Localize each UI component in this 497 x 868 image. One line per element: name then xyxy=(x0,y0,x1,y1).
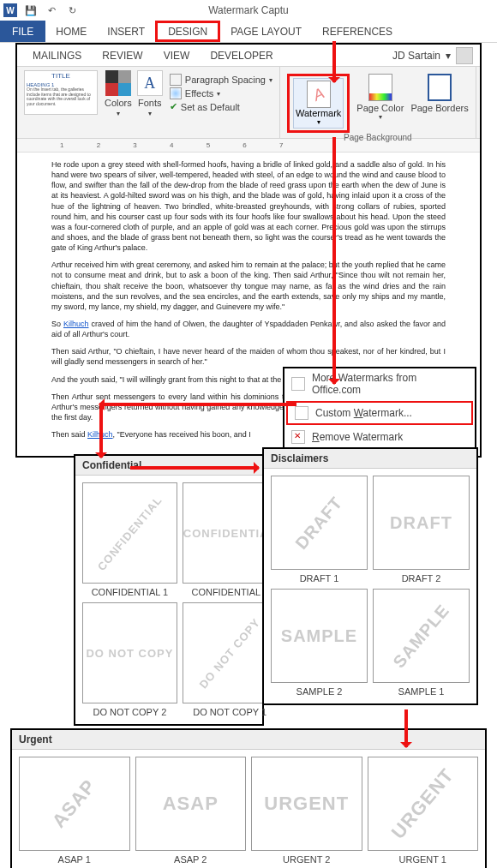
tab-page-layout[interactable]: PAGE LAYOUT xyxy=(220,21,312,42)
watermark-text: DO NOT COPY xyxy=(86,647,173,660)
watermark-text: DRAFT xyxy=(291,493,346,554)
user-name: JD Sartain xyxy=(392,50,440,62)
thumbnail-label: DO NOT COPY 2 xyxy=(93,707,166,717)
watermark-text: CONFIDENTIAL xyxy=(95,494,165,573)
thumbnail-page: DRAFT xyxy=(271,476,368,570)
ribbon-tabs-2: MAILINGS REVIEW VIEW DEVELOPER JD Sartai… xyxy=(17,45,480,67)
gallery-header: Confidential xyxy=(75,456,262,476)
watermark-thumbnail[interactable]: ASAPASAP 1 xyxy=(19,757,130,865)
ribbon-tabs: FILE HOME INSERT DESIGN PAGE LAYOUT REFE… xyxy=(0,21,497,43)
thumbnail-label: ASAP 2 xyxy=(174,854,207,865)
watermark-thumbnail[interactable]: ASAPASAP 2 xyxy=(135,757,247,865)
thumbnail-page: CONFIDENTIAL xyxy=(82,482,177,584)
thumbnail-page: URGENT xyxy=(368,757,479,851)
page-borders-icon xyxy=(428,74,452,101)
thumbnail-label: URGENT 1 xyxy=(399,854,446,865)
thumbnail-label: URGENT 2 xyxy=(283,854,330,865)
effects-button[interactable]: Effects ▾ xyxy=(170,87,272,99)
ribbon: TITLE HEADING 1 On the Insert tab, the g… xyxy=(17,67,480,139)
undo-icon[interactable]: ↶ xyxy=(45,3,58,17)
watermark-thumbnail[interactable]: SAMPLESAMPLE 2 xyxy=(271,589,368,697)
doc-paragraph: So Kilhuch craved of him the hand of Olw… xyxy=(51,319,446,339)
group-label-page-background: Page Background xyxy=(287,133,469,144)
group-page-background: A Watermark▾ Page Color▾ Page Borders Pa… xyxy=(280,67,476,138)
word-icon: W xyxy=(3,3,17,17)
watermark-thumbnail[interactable]: DO NOT COPYDO NOT COPY 2 xyxy=(82,602,177,717)
menu-remove-watermark[interactable]: Remove Watermark xyxy=(284,427,475,447)
tab-design[interactable]: DESIGN xyxy=(155,21,220,42)
gallery-header: Urgent xyxy=(12,730,485,750)
colors-icon xyxy=(105,70,131,96)
thumbnail-label: DRAFT 1 xyxy=(300,573,339,584)
tab-file[interactable]: FILE xyxy=(0,21,45,42)
colors-button[interactable]: Colors▾ xyxy=(105,70,132,117)
watermark-text: SAMPLE xyxy=(281,626,357,646)
doc-paragraph: Then said Arthur, "O chieftain, I have n… xyxy=(51,346,446,367)
tab-home[interactable]: HOME xyxy=(45,21,97,42)
watermark-text: DRAFT xyxy=(390,513,452,533)
check-icon: ✔ xyxy=(170,101,177,112)
style-set-thumbnail[interactable]: TITLE HEADING 1 On the Insert tab, the g… xyxy=(24,70,98,115)
doc-paragraph: Arthur received him with great ceremony,… xyxy=(51,260,446,312)
watermark-text: URGENT xyxy=(387,764,458,843)
thumbnail-label: CONFIDENTIAL 2 xyxy=(191,587,267,597)
watermark-thumbnail[interactable]: DRAFTDRAFT 1 xyxy=(271,476,368,584)
watermark-button-highlight: A Watermark▾ xyxy=(287,74,350,133)
watermark-text: DO NOT COPY xyxy=(197,615,263,691)
gallery-confidential: Confidential CONFIDENTIALCONFIDENTIAL 1C… xyxy=(74,454,264,726)
page-color-button[interactable]: Page Color▾ xyxy=(356,74,404,133)
set-default-button[interactable]: ✔ Set as Default xyxy=(170,101,272,112)
page-borders-button[interactable]: Page Borders xyxy=(410,74,468,133)
gallery-header: Disclaimers xyxy=(264,449,476,469)
thumbnail-label: DRAFT 2 xyxy=(402,573,441,584)
thumbnail-label: ASAP 1 xyxy=(58,854,91,865)
doc-paragraph: He rode upon a grey steed with shell-for… xyxy=(51,159,446,253)
watermark-icon: A xyxy=(307,81,331,108)
tab-insert[interactable]: INSERT xyxy=(97,21,155,42)
tab-references[interactable]: REFERENCES xyxy=(312,21,403,42)
watermark-button[interactable]: A Watermark▾ xyxy=(293,78,344,129)
menu-custom-watermark[interactable]: Custom Watermark... xyxy=(286,401,473,425)
avatar[interactable] xyxy=(456,47,473,64)
office-icon xyxy=(291,377,305,391)
remove-icon xyxy=(291,430,305,444)
chevron-down-icon[interactable]: ▾ xyxy=(446,50,451,62)
thumbnail-label: SAMPLE 1 xyxy=(398,686,445,697)
redo-icon[interactable]: ↻ xyxy=(65,3,79,17)
watermark-text: ASAP xyxy=(163,793,219,815)
thumbnail-page: ASAP xyxy=(19,757,130,851)
tab-mailings[interactable]: MAILINGS xyxy=(22,50,92,62)
page-color-icon xyxy=(368,74,392,101)
paragraph-spacing-button[interactable]: Paragraph Spacing ▾ xyxy=(170,74,272,86)
thumbnail-page: DRAFT xyxy=(373,476,470,570)
thumbnail-label: SAMPLE 2 xyxy=(296,686,343,697)
effects-icon xyxy=(170,87,182,99)
watermark-thumbnail[interactable]: DRAFTDRAFT 2 xyxy=(373,476,470,584)
gallery-urgent: Urgent ASAPASAP 1ASAPASAP 2URGENTURGENT … xyxy=(10,728,487,868)
watermark-thumbnail[interactable]: CONFIDENTIALCONFIDENTIAL 1 xyxy=(82,482,177,597)
watermark-small-icon xyxy=(295,406,308,420)
watermark-text: URGENT xyxy=(264,793,349,815)
thumbnail-label: DO NOT COPY 1 xyxy=(193,707,266,717)
tab-view[interactable]: VIEW xyxy=(153,50,201,62)
paragraph-spacing-icon xyxy=(170,74,182,86)
watermark-text: ASAP xyxy=(48,775,101,833)
thumbnail-page: SAMPLE xyxy=(271,589,368,683)
thumbnail-page: DO NOT COPY xyxy=(82,602,177,703)
gallery-disclaimers: Disclaimers DRAFTDRAFT 1DRAFTDRAFT 2SAMP… xyxy=(262,447,478,705)
watermark-thumbnail[interactable]: URGENTURGENT 2 xyxy=(251,757,362,865)
thumbnail-label: CONFIDENTIAL 1 xyxy=(92,587,168,597)
window-title: Watermark Captu xyxy=(208,4,289,16)
save-icon[interactable]: 💾 xyxy=(24,3,38,17)
fonts-button[interactable]: A Fonts▾ xyxy=(137,70,163,117)
thumbnail-page: URGENT xyxy=(251,757,362,851)
watermark-thumbnail[interactable]: URGENTURGENT 1 xyxy=(368,757,479,865)
tab-developer[interactable]: DEVELOPER xyxy=(200,50,283,62)
watermark-text: SAMPLE xyxy=(389,600,453,671)
menu-more-watermarks[interactable]: More Watermarks from Office.com xyxy=(284,368,475,399)
tab-review[interactable]: REVIEW xyxy=(92,50,153,62)
group-document-formatting: TITLE HEADING 1 On the Insert tab, the g… xyxy=(17,67,280,138)
title-bar: W 💾 ↶ ↻ Watermark Captu xyxy=(0,0,497,21)
thumbnail-page: SAMPLE xyxy=(373,589,470,683)
watermark-thumbnail[interactable]: SAMPLESAMPLE 1 xyxy=(373,589,470,697)
